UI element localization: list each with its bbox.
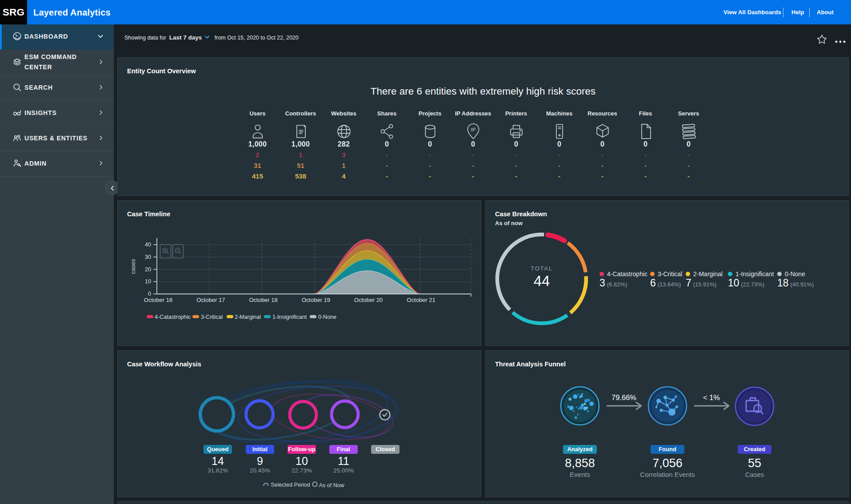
svg-text:October 16: October 16 [144, 297, 172, 303]
svg-text:30: 30 [145, 254, 151, 260]
svg-text:2-Marginal: 2-Marginal [235, 314, 261, 320]
svg-text:10: 10 [145, 278, 151, 285]
svg-text:4-Catastrophic: 4-Catastrophic [155, 314, 191, 320]
svg-text:1-Insignificant: 1-Insignificant [272, 314, 307, 320]
svg-text:October 17: October 17 [196, 297, 225, 303]
svg-text:IP: IP [471, 127, 475, 132]
svg-text:0: 0 [148, 291, 151, 297]
svg-text:October 21: October 21 [407, 297, 435, 303]
svg-text:October 20: October 20 [354, 297, 383, 303]
svg-text:3-Critical: 3-Critical [201, 314, 223, 320]
svg-text:0-None: 0-None [318, 314, 336, 320]
svg-text:October 18: October 18 [249, 297, 277, 303]
svg-text:20: 20 [145, 266, 151, 273]
svg-text:October 19: October 19 [302, 297, 330, 303]
svg-text:40: 40 [145, 242, 151, 248]
svg-text:cases: cases [130, 259, 136, 274]
